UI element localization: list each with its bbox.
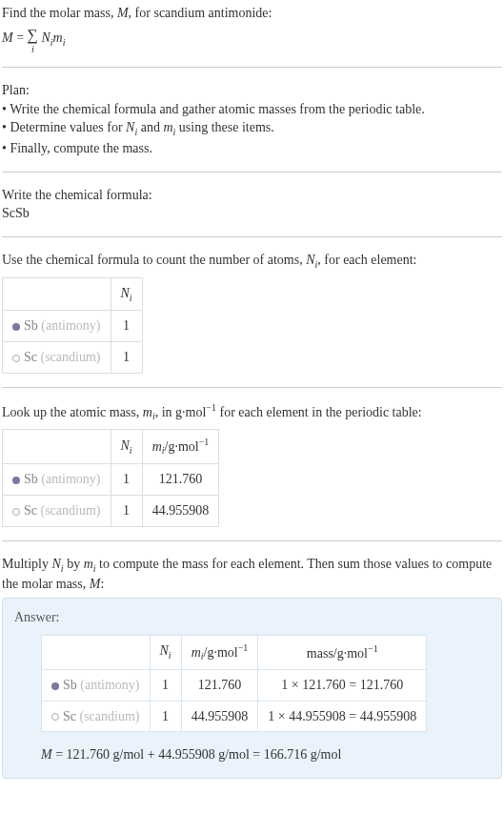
element-dot-icon [12,355,20,362]
var-m: m [53,31,63,45]
equals: = [13,31,28,45]
var-N: N [121,286,130,300]
element-dot-icon [51,713,59,721]
table-header-row: Ni [3,277,143,311]
sup-neg1: −1 [238,642,249,653]
plan-bullet: • Finally, compute the mass. [2,139,502,158]
text: Multiply [2,557,52,571]
text: , for scandium antimonide: [129,6,272,20]
mass-value: 1 × 121.760 = 121.760 [258,670,427,702]
text: and [137,120,163,134]
table-row: Sc (scandium) 1 44.955908 1 × 44.955908 … [42,701,427,732]
count-section: Use the chemical formula to count the nu… [2,251,502,374]
n-value: 1 [111,311,142,342]
var-N: N [41,31,50,45]
var-N: N [52,557,61,571]
col-n-header: Ni [111,429,142,463]
element-name: (antimony) [41,318,100,333]
final-value: = 121.760 g/mol + 44.955908 g/mol = 166.… [52,747,342,762]
table-row: Sb (antimony) 1 121.760 [3,464,219,496]
unit: /g·mol [204,644,238,659]
element-cell: Sb (antimony) [42,670,151,702]
text: : [100,577,104,591]
intro-line1: Find the molar mass, M, for scandium ant… [2,4,502,23]
divider [2,172,502,173]
element-name: (scandium) [41,503,101,518]
var-m: m [84,557,93,571]
n-value: 1 [150,670,181,702]
plan-bullet: • Write the chemical formula and gather … [2,100,502,119]
var-M: M [2,31,13,45]
answer-table: Ni mi/g·mol−1 mass/g·mol−1 Sb (antimony)… [41,635,427,733]
divider [2,387,502,388]
n-value: 1 [111,341,142,373]
answer-label: Answer: [14,608,490,627]
plan-bullet: • Determine values for Ni and mi using t… [2,118,502,139]
col-m-header: mi/g·mol−1 [142,429,219,463]
text: Look up the atomic mass, [2,404,143,418]
col-m-header: mi/g·mol−1 [181,635,258,669]
var-M: M [90,577,101,591]
blank-header [3,277,111,311]
count-heading: Use the chemical formula to count the nu… [2,251,502,272]
lookup-table: Ni mi/g·mol−1 Sb (antimony) 1 121.760 Sc… [2,429,219,527]
element-dot-icon [12,323,20,331]
text: • Determine values for [2,120,126,134]
col-mass-header: mass/g·mol−1 [258,635,427,669]
element-name: (scandium) [80,709,140,723]
plan-heading: Plan: [2,81,502,100]
mass-value: 1 × 44.955908 = 44.955908 [258,701,427,732]
text: using these items. [175,120,273,134]
mass-label: mass/g·mol [307,645,368,660]
text: , for each element: [317,253,416,267]
text: , in g·mol [155,404,207,418]
blank-header [3,429,111,463]
col-n-header: Ni [111,277,142,311]
element-cell: Sc (scandium) [3,341,111,373]
element-cell: Sb (antimony) [3,311,111,342]
element-dot-icon [51,682,59,690]
text: Find the molar mass, [2,6,117,20]
blank-header [42,635,151,669]
n-value: 1 [111,496,142,527]
element-dot-icon [12,508,20,516]
m-value: 121.760 [181,670,258,702]
n-value: 1 [150,701,181,732]
element-dot-icon [12,477,20,484]
table-row: Sb (antimony) 1 121.760 1 × 121.760 = 12… [42,670,427,702]
table-row: Sb (antimony) 1 [3,311,143,342]
text: by [64,557,84,571]
table-row: Sc (scandium) 1 [3,341,143,373]
element-name: (antimony) [41,472,100,486]
sub-i: i [63,37,66,48]
sub-i: i [130,292,132,302]
chem-formula: ScSb [2,204,502,223]
sub-i: i [169,650,171,661]
sub-i: i [130,445,132,456]
sup-neg1: −1 [368,643,378,654]
element-abbr: Sc [24,350,37,364]
var-N: N [121,438,130,453]
chemical-formula-section: Write the chemical formula: ScSb [2,186,502,223]
chem-heading: Write the chemical formula: [2,186,502,205]
n-value: 1 [111,464,142,496]
answer-box: Answer: Ni mi/g·mol−1 mass/g·mol−1 Sb (a… [2,598,502,779]
element-cell: Sc (scandium) [42,701,151,732]
element-abbr: Sc [63,709,76,723]
multiply-heading: Multiply Ni by mi to compute the mass fo… [2,555,502,594]
element-name: (scandium) [41,350,101,364]
var-M: M [41,747,52,762]
divider [2,67,502,68]
lookup-heading: Look up the atomic mass, mi, in g·mol−1 … [2,401,502,423]
text: Use the chemical formula to count the nu… [2,253,306,267]
intro-section: Find the molar mass, M, for scandium ant… [2,4,502,53]
divider [2,236,502,237]
element-abbr: Sb [24,472,38,486]
var-N: N [160,643,169,658]
var-m: m [163,120,172,134]
var-m: m [152,439,162,454]
m-value: 44.955908 [142,496,219,527]
unit: /g·mol [165,439,199,454]
sigma-icon: ∑i [28,25,38,53]
var-N: N [306,253,314,267]
